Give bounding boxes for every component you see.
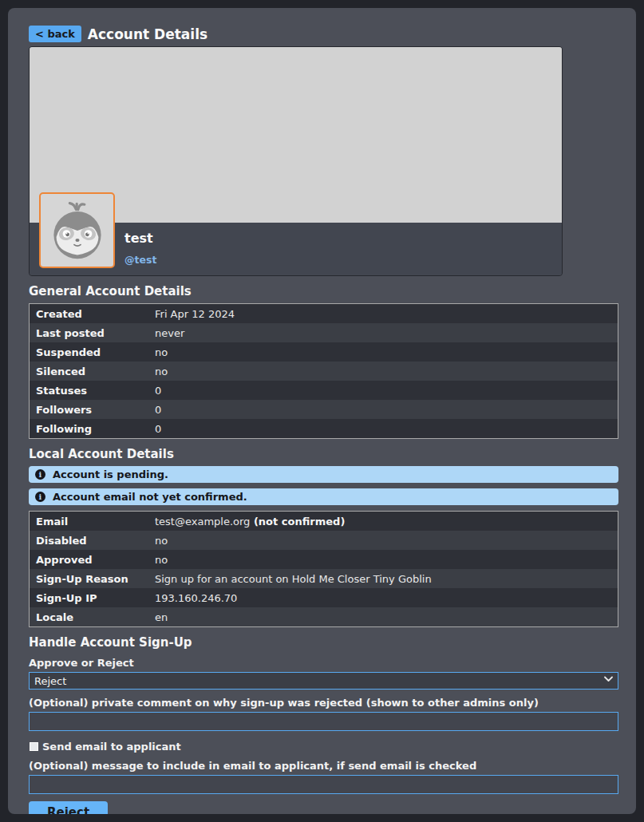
row-value: 0 bbox=[148, 381, 168, 400]
table-row: Sign-Up IP193.160.246.70 bbox=[30, 588, 618, 607]
handle-signup-heading: Handle Account Sign-Up bbox=[29, 635, 618, 650]
private-comment-input[interactable] bbox=[29, 712, 618, 731]
row-value: test@example.org (not confirmed) bbox=[148, 512, 351, 531]
row-label: Approved bbox=[30, 550, 148, 569]
row-value: no bbox=[148, 342, 174, 362]
table-row: Followers0 bbox=[30, 400, 618, 419]
table-row: Silencedno bbox=[30, 362, 618, 381]
notice-text: Account is pending. bbox=[53, 468, 168, 480]
avatar bbox=[39, 192, 115, 268]
table-row: CreatedFri Apr 12 2024 bbox=[30, 304, 618, 323]
approve-reject-select[interactable]: Reject bbox=[29, 672, 618, 690]
info-icon: i bbox=[35, 492, 45, 502]
row-value: no bbox=[148, 550, 174, 569]
table-row: Last postednever bbox=[30, 323, 618, 342]
table-row: Emailtest@example.org (not confirmed) bbox=[30, 512, 618, 531]
back-button[interactable]: < back bbox=[29, 26, 81, 42]
row-label: Statuses bbox=[30, 381, 148, 400]
profile-names: test @test bbox=[124, 231, 156, 266]
table-row: Localeen bbox=[30, 607, 618, 626]
table-row: Suspendedno bbox=[30, 342, 618, 362]
row-value: never bbox=[148, 323, 191, 342]
account-details-panel: < back Account Details bbox=[8, 8, 636, 814]
row-value: no bbox=[148, 362, 174, 381]
display-name: test bbox=[124, 231, 156, 246]
table-row: Sign-Up ReasonSign up for an account on … bbox=[30, 569, 618, 588]
table-row: Following0 bbox=[30, 419, 618, 438]
general-details-table: CreatedFri Apr 12 2024Last postedneverSu… bbox=[29, 303, 618, 439]
row-label: Suspended bbox=[30, 342, 148, 362]
row-label: Following bbox=[30, 419, 148, 438]
email-unconfirmed-notice: i Account email not yet confirmed. bbox=[29, 488, 618, 505]
email-message-input[interactable] bbox=[29, 775, 618, 794]
page-title: Account Details bbox=[88, 26, 207, 42]
email-message-label: (Optional) message to include in email t… bbox=[29, 760, 618, 772]
row-label: Email bbox=[30, 512, 148, 531]
local-details-heading: Local Account Details bbox=[29, 447, 618, 461]
row-label: Followers bbox=[30, 400, 148, 419]
info-icon: i bbox=[35, 469, 45, 480]
row-value: no bbox=[148, 531, 174, 550]
table-row: Approvedno bbox=[30, 550, 618, 569]
page-header: < back Account Details bbox=[29, 26, 618, 42]
profile-card: test @test bbox=[29, 46, 563, 276]
notice-text: Account email not yet confirmed. bbox=[53, 491, 247, 503]
table-row: Statuses0 bbox=[30, 381, 618, 400]
row-label: Last posted bbox=[30, 323, 148, 342]
row-label: Silenced bbox=[30, 362, 148, 381]
row-label: Locale bbox=[30, 607, 148, 626]
row-label: Sign-Up Reason bbox=[30, 569, 148, 588]
row-label: Sign-Up IP bbox=[30, 588, 148, 607]
row-value: en bbox=[148, 607, 174, 626]
row-value: Fri Apr 12 2024 bbox=[148, 304, 241, 323]
send-email-checkbox[interactable] bbox=[30, 742, 38, 751]
row-value: Sign up for an account on Hold Me Closer… bbox=[148, 569, 438, 588]
local-details-table: Emailtest@example.org (not confirmed)Dis… bbox=[29, 511, 618, 627]
row-value: 193.160.246.70 bbox=[148, 588, 243, 607]
row-value: 0 bbox=[148, 400, 168, 419]
reject-submit-button[interactable]: Reject bbox=[29, 801, 108, 814]
private-comment-label: (Optional) private comment on why sign-u… bbox=[29, 697, 618, 709]
account-handle: @test bbox=[124, 254, 156, 266]
row-label: Disabled bbox=[30, 531, 148, 550]
pending-notice: i Account is pending. bbox=[29, 466, 618, 483]
approve-reject-label: Approve or Reject bbox=[29, 657, 618, 669]
general-details-heading: General Account Details bbox=[29, 284, 618, 298]
table-row: Disabledno bbox=[30, 531, 618, 550]
row-value: 0 bbox=[148, 419, 168, 438]
row-label: Created bbox=[30, 304, 148, 323]
sloth-avatar-icon bbox=[45, 199, 109, 263]
send-email-label: Send email to applicant bbox=[42, 741, 181, 753]
